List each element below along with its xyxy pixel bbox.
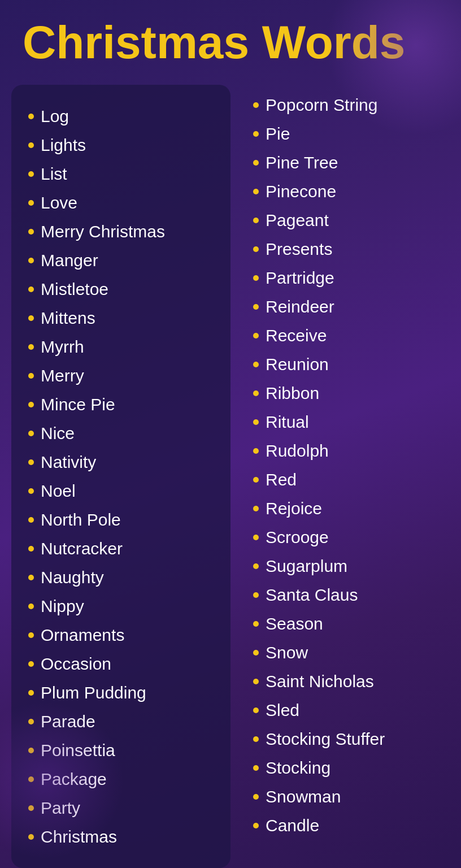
bullet-icon [28,229,34,235]
word-label: Merry [41,364,84,387]
bullet-icon [28,805,34,811]
list-item: Merry [28,361,219,390]
bullet-icon [253,679,259,684]
bullet-icon [28,776,34,782]
list-item: Season [253,609,444,638]
bullet-icon [253,736,259,742]
word-label: Snow [266,641,308,663]
list-item: Ribbon [253,379,444,407]
word-label: Red [266,468,297,491]
bullet-icon [253,304,259,310]
word-label: Nice [41,422,75,444]
list-item: Mistletoe [28,275,219,303]
list-item: Mittens [28,303,219,332]
bullet-icon [253,246,259,252]
word-label: Package [41,768,107,790]
word-label: Sled [266,699,299,721]
right-word-list: Popcorn StringPiePine TreePineconePagean… [242,85,450,868]
list-item: Log [28,102,219,131]
word-label: Mittens [41,307,95,329]
list-item: Manger [28,246,219,275]
bullet-icon [28,632,34,638]
word-label: Saint Nicholas [266,670,374,692]
list-item: Nutcracker [28,534,219,563]
list-item: Stocking Stuffer [253,724,444,753]
bullet-icon [253,650,259,656]
bullet-icon [28,575,34,580]
list-item: Love [28,188,219,217]
bullet-icon [253,390,259,396]
word-label: Nativity [41,451,96,473]
word-label: Log [41,105,69,127]
list-item: Reindeer [253,292,444,321]
bullet-icon [28,114,34,119]
list-item: Naughty [28,563,219,592]
bullet-icon [253,362,259,367]
list-item: List [28,159,219,188]
word-label: Rejoice [266,497,322,519]
word-label: Occasion [41,653,111,675]
list-item: North Pole [28,505,219,534]
list-item: Snow [253,638,444,667]
word-label: Scrooge [266,526,329,548]
list-item: Christmas [28,822,219,851]
list-item: Plum Pudding [28,678,219,707]
bullet-icon [28,373,34,379]
list-item: Pinecone [253,177,444,206]
bullet-icon [253,102,259,108]
list-item: Sugarplum [253,552,444,580]
bullet-icon [28,431,34,436]
bullet-icon [253,621,259,627]
bullet-icon [253,189,259,194]
word-label: Mistletoe [41,278,108,300]
word-label: Ornaments [41,624,124,646]
bullet-icon [253,419,259,425]
word-label: Pageant [266,209,329,231]
list-item: Lights [28,131,219,159]
list-item: Candle [253,811,444,840]
word-label: Partridge [266,267,334,289]
list-item: Reunion [253,350,444,379]
list-item: Ritual [253,407,444,436]
bullet-icon [253,448,259,454]
list-item: Red [253,465,444,494]
bullet-icon [253,477,259,483]
bullet-icon [28,344,34,350]
word-label: Pie [266,123,290,145]
list-item: Ornaments [28,620,219,649]
bullet-icon [253,535,259,540]
left-word-list: LogLightsListLoveMerry ChristmasMangerMi… [11,85,230,868]
bullet-icon [253,765,259,771]
bullet-icon [28,546,34,552]
word-label: List [41,163,67,185]
bullet-icon [28,402,34,407]
word-label: Mince Pie [41,393,115,415]
list-item: Myrrh [28,332,219,361]
word-label: Noel [41,480,76,502]
word-label: Naughty [41,566,104,588]
bullet-icon [253,131,259,137]
bullet-icon [28,748,34,753]
word-label: Poinsettia [41,739,115,761]
list-item: Stocking [253,753,444,782]
page-title-section: Christmas Words [0,0,461,79]
bullet-icon [28,517,34,523]
list-item: Pie [253,119,444,148]
word-label: Stocking Stuffer [266,728,385,750]
list-item: Saint Nicholas [253,667,444,696]
main-title: Christmas Words [23,17,438,68]
bullet-icon [253,218,259,223]
bullet-icon [28,142,34,148]
list-item: Nippy [28,592,219,620]
word-label: Season [266,613,323,635]
word-label: Ribbon [266,382,319,404]
list-item: Popcorn String [253,90,444,119]
list-item: Pine Tree [253,148,444,177]
word-label: Pinecone [266,180,336,202]
bullet-icon [28,690,34,696]
word-label: Nutcracker [41,537,123,559]
bullet-icon [28,200,34,206]
word-label: Christmas [41,826,117,848]
list-item: Noel [28,476,219,505]
bullet-icon [253,592,259,598]
